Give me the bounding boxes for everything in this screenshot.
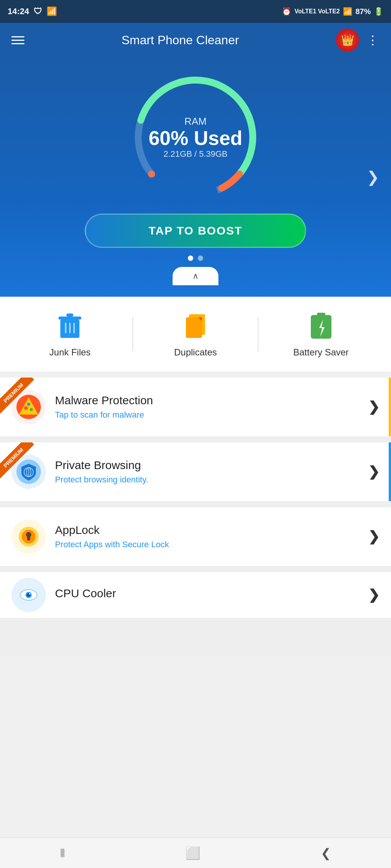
private-browsing-card[interactable]: Private Browsing Protect browsing identi… [0,442,391,501]
cpu-cooler-icon [11,578,46,612]
duplicates-label: Duplicates [174,347,217,358]
ram-label: RAM [149,116,242,127]
ram-text: RAM 60% Used 2.21GB / 5.39GB [149,116,242,159]
svg-point-33 [29,593,31,595]
applock-card[interactable]: AppLock Protect Apps with Secure Lock ❯ [0,507,391,566]
duplicates-button[interactable]: Duplicates [133,310,258,358]
status-bar: 14:24 🛡 📶 ⏰ VoLTE1 VoLTE2 📶 87% 🔋 [0,0,391,23]
menu-button[interactable] [11,36,24,44]
ram-detail: 2.21GB / 5.39GB [149,149,242,159]
battery-saver-icon [309,310,334,341]
battery-icon: 🔋 [374,7,383,16]
svg-rect-10 [186,317,202,338]
applock-arrow-icon: ❯ [368,529,380,545]
svg-rect-7 [58,317,81,320]
signal-bars: 📶 [343,7,352,16]
next-slide-button[interactable]: ❯ [367,168,380,186]
ram-percent: 60% Used [149,127,242,149]
applock-content: AppLock Protect Apps with Secure Lock [55,524,359,550]
chevron-up-icon: ∧ [192,271,199,281]
battery-saver-label: Battery Saver [293,347,349,358]
time-display: 14:24 [8,6,29,16]
collapse-handle[interactable]: ∧ [173,267,218,285]
app-title: Smart Phone Cleaner [121,33,239,47]
duplicate-icon [182,310,209,341]
cpu-cooler-content: CPU Cooler [55,587,359,603]
private-browsing-title: Private Browsing [55,459,359,472]
cpu-cooler-card[interactable]: CPU Cooler ❯ [0,572,391,618]
junk-files-label: Junk Files [49,347,90,358]
status-left: 14:24 🛡 📶 [8,6,57,16]
battery-percent: 87% [355,7,371,16]
ram-gauge: RAM 60% Used 2.21GB / 5.39GB [131,72,260,202]
quick-actions-panel: Junk Files Duplicates [0,297,391,371]
home-button[interactable]: ⬜ [174,842,212,864]
premium-crown-badge[interactable]: 👑 [336,29,359,51]
duplicates-icon-wrap [180,310,211,341]
applock-title: AppLock [55,524,359,537]
wifi-icon: 📶 [47,6,57,16]
feature-cards-section: Malware Protection Tap to scan for malwa… [0,378,391,656]
private-browsing-content: Private Browsing Protect browsing identi… [55,459,359,485]
svg-rect-6 [73,323,75,333]
hero-section: RAM 60% Used 2.21GB / 5.39GB ❯ TAP TO BO… [0,57,391,297]
eye-icon [15,582,42,608]
private-browsing-arrow-icon: ❯ [368,464,380,480]
svg-rect-28 [27,536,30,540]
shield-icon: 🛡 [34,6,42,16]
malware-protection-card[interactable]: Malware Protection Tap to scan for malwa… [0,378,391,436]
svg-rect-4 [65,323,66,333]
page-indicators [188,256,203,261]
svg-rect-5 [69,323,71,333]
applock-icon [11,519,46,554]
more-options-button[interactable]: ⋮ [367,33,380,47]
private-browsing-subtitle: Protect browsing identity. [55,475,359,485]
malware-arrow-icon: ❯ [368,399,380,415]
malware-subtitle: Tap to scan for malware [55,410,359,420]
status-right: ⏰ VoLTE1 VoLTE2 📶 87% 🔋 [282,7,383,16]
battery-saver-icon-wrap [306,310,336,341]
bottom-navigation: ⦀ ⬜ ❮ [0,837,391,868]
trash-icon [57,310,83,341]
junk-files-button[interactable]: Junk Files [8,310,132,358]
page-dot-1 [188,256,193,261]
premium-badge-malware [0,378,38,416]
cpu-cooler-title: CPU Cooler [55,587,359,600]
page-dot-2 [198,256,203,261]
lock-icon [15,523,42,550]
svg-rect-13 [317,313,325,316]
malware-content: Malware Protection Tap to scan for malwa… [55,394,359,420]
alarm-icon: ⏰ [282,7,291,16]
signal-info: VoLTE1 VoLTE2 [294,8,340,15]
malware-title: Malware Protection [55,394,359,407]
svg-rect-8 [66,313,73,317]
back-button[interactable]: ❮ [309,842,343,864]
junk-files-icon-wrap [55,310,85,341]
recent-apps-button[interactable]: ⦀ [48,842,76,864]
premium-badge-browsing [0,442,38,481]
applock-subtitle: Protect Apps with Secure Lock [55,540,359,550]
cpu-cooler-arrow-icon: ❯ [368,587,380,603]
nav-icons: 👑 ⋮ [336,29,380,51]
battery-saver-button[interactable]: Battery Saver [259,310,383,358]
